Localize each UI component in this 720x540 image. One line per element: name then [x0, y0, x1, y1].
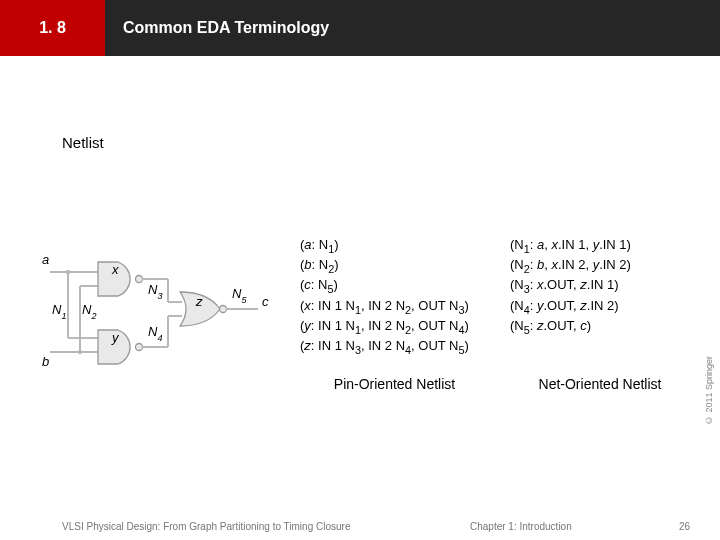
label-N1: N1: [52, 302, 66, 321]
slide-body: Netlist a b x y z: [0, 56, 720, 540]
net-oriented-netlist: (N1: a, x.IN 1, y.IN 1)(N2: b, x.IN 2, y…: [510, 236, 710, 337]
label-N4: N4: [148, 324, 162, 343]
label-a: a: [42, 252, 49, 267]
net-row: (N4: y.OUT, z.IN 2): [510, 297, 710, 317]
label-N5: N5: [232, 286, 247, 305]
slide-title: Common EDA Terminology: [105, 0, 720, 56]
pin-row: (x: IN 1 N1, IN 2 N2, OUT N3): [300, 297, 490, 317]
slide-header: 1. 8 Common EDA Terminology: [0, 0, 720, 56]
label-N2: N2: [82, 302, 96, 321]
footer-left-text: VLSI Physical Design: From Graph Partiti…: [62, 521, 350, 532]
label-x: x: [111, 262, 119, 277]
pin-row: (y: IN 1 N1, IN 2 N2, OUT N4): [300, 317, 490, 337]
copyright-vertical: © 2011 Springer: [704, 356, 714, 425]
svg-point-14: [220, 306, 227, 313]
svg-point-6: [136, 276, 143, 283]
label-c: c: [262, 294, 269, 309]
pin-row: (a: N1): [300, 236, 490, 256]
pin-oriented-netlist: (a: N1)(b: N2)(c: N5)(x: IN 1 N1, IN 2 N…: [300, 236, 490, 357]
pin-row: (z: IN 1 N3, IN 2 N4, OUT N5): [300, 337, 490, 357]
logic-diagram: a b x y z c N1 N2 N3 N4 N5: [40, 244, 270, 374]
netlist-heading: Netlist: [62, 134, 104, 151]
pin-row: (b: N2): [300, 256, 490, 276]
net-row: (N5: z.OUT, c): [510, 317, 710, 337]
slide-footer: VLSI Physical Design: From Graph Partiti…: [0, 512, 720, 532]
page-number: 26: [679, 521, 690, 532]
label-z: z: [195, 294, 203, 309]
svg-point-7: [136, 344, 143, 351]
net-row: (N3: x.OUT, z.IN 1): [510, 276, 710, 296]
section-number: 1. 8: [0, 0, 105, 56]
pin-row: (c: N5): [300, 276, 490, 296]
label-N3: N3: [148, 282, 162, 301]
label-b: b: [42, 354, 49, 369]
net-caption: Net-Oriented Netlist: [510, 376, 690, 392]
footer-chapter: Chapter 1: Introduction: [470, 521, 572, 532]
net-row: (N2: b, x.IN 2, y.IN 2): [510, 256, 710, 276]
svg-point-16: [66, 270, 70, 274]
net-row: (N1: a, x.IN 1, y.IN 1): [510, 236, 710, 256]
svg-point-17: [78, 350, 82, 354]
pin-caption: Pin-Oriented Netlist: [312, 376, 477, 392]
